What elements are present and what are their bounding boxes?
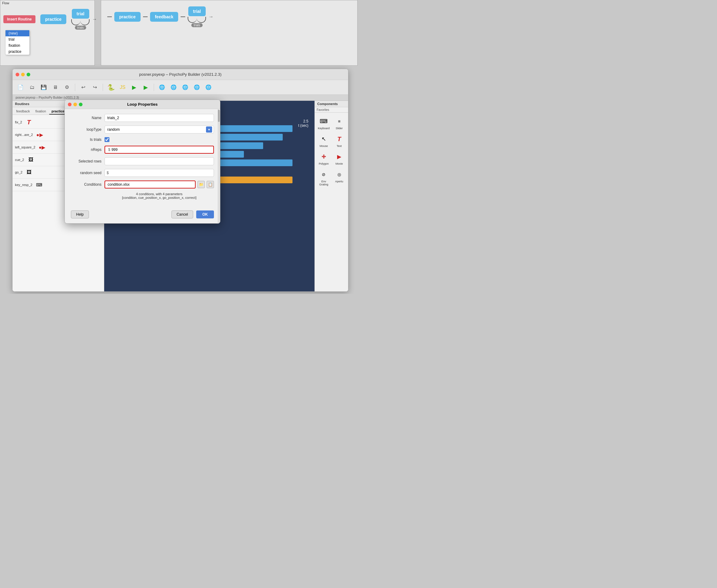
routine-feedback-top-right[interactable]: feedback (150, 12, 179, 22)
globe-icon-4[interactable]: 🌐 (192, 82, 202, 92)
mouse-label: Mouse (320, 145, 328, 148)
toolbar-separator-2 (103, 84, 103, 91)
flow-arrow-top-left: → (92, 17, 97, 22)
polygon-label: Polygon (319, 162, 329, 165)
dropdown-item-fixation[interactable]: fixation (5, 42, 29, 48)
toolbar-separator-1 (75, 84, 75, 91)
play-online-icon[interactable]: ▶ (141, 82, 151, 92)
dialog-scrollbar[interactable] (218, 109, 220, 223)
conditions-edit-btn[interactable]: 📋 (207, 181, 214, 188)
looptype-select[interactable]: random sequential fullRandom staircase i… (104, 126, 214, 133)
top-left-flow-area: Insert Routine (new) trial fixation prac… (0, 6, 95, 31)
undo-icon[interactable]: ↩ (78, 82, 88, 92)
help-button[interactable]: Help (71, 210, 89, 218)
routine-trial-top-left[interactable]: trial (72, 9, 89, 19)
env-grating-icon: ⊘ (318, 169, 329, 180)
istrials-checkbox[interactable] (104, 137, 109, 142)
comp-mouse[interactable]: ↖ Mouse (316, 132, 331, 149)
comp-icon-rightare2: ●▶ (36, 130, 44, 139)
istrials-row: Is trials (71, 137, 214, 142)
insert-routine-dropdown: (new) trial fixation practice (5, 30, 29, 55)
dialog-close-button[interactable] (68, 103, 71, 106)
flow-arrow-top-right: → (208, 14, 213, 20)
comp-keyboard[interactable]: ⌨ Keyboard (316, 114, 331, 131)
conditions-info-line2: [condition, cue_position_x, go_position_… (104, 196, 214, 200)
python-icon[interactable]: 🐍 (106, 82, 116, 92)
comp-icon-keyresp2: ⌨ (35, 181, 43, 189)
routine-practice-top-right[interactable]: practice (114, 12, 141, 22)
js-icon[interactable]: JS (118, 82, 127, 92)
polygon-icon: ✚ (318, 151, 329, 162)
conditions-input[interactable] (104, 181, 196, 188)
top-left-flow-title: Flow (0, 0, 95, 6)
redo-icon[interactable]: ↪ (90, 82, 100, 92)
dialog-minimize-button[interactable] (73, 103, 77, 106)
nreps-input-wrapper: $ (104, 146, 214, 154)
settings-icon[interactable]: ⚙ (62, 82, 72, 92)
window-title: posner.psyexp – PsychoPy Builder (v2021.… (139, 72, 222, 77)
window-buttons (16, 73, 30, 76)
dropdown-item-practice[interactable]: practice (5, 48, 29, 55)
routine-practice-top-left[interactable]: practice (40, 14, 67, 24)
subtitle-text: posner.psyexp – PsychoPy Builder (v2021.… (16, 96, 79, 99)
toolbar: 📄 🗂 💾 🖥 ⚙ ↩ ↪ 🐍 JS ▶ ▶ 🌐 🌐 🌐 🌐 🌐 (13, 80, 348, 95)
dropdown-item-trial[interactable]: trial (5, 36, 29, 42)
routine-trial-top-right[interactable]: trial (188, 6, 206, 16)
dialog-right-buttons: Cancel OK (171, 210, 214, 218)
env-grating-label: Env Grating (318, 180, 330, 186)
selectedrows-input[interactable] (104, 157, 214, 165)
maximize-button[interactable] (26, 73, 30, 76)
tab-practice[interactable]: practice (49, 108, 67, 114)
keyboard-label: Keyboard (318, 127, 330, 130)
randomseed-prefix: $ (107, 171, 110, 175)
comp-slider[interactable]: ≡ Slider (332, 114, 346, 131)
dialog-body: Name loopType random sequential fullRand… (65, 109, 220, 207)
components-header: Components (315, 101, 348, 107)
name-input[interactable] (104, 114, 214, 122)
aperture-icon: ◎ (334, 169, 345, 180)
loop-properties-dialog: Loop Properties Name loopType random seq… (64, 100, 220, 224)
slider-label: Slider (335, 127, 343, 130)
run-icon[interactable]: ▶ (129, 82, 139, 92)
comp-polygon[interactable]: ✚ Polygon (316, 150, 331, 166)
selectedrows-row: Selected rows (71, 157, 214, 165)
dialog-footer: Help Cancel OK (65, 207, 220, 223)
comp-aperture[interactable]: ◎ Apertu (332, 168, 346, 187)
open-file-icon[interactable]: 🗂 (27, 82, 37, 92)
comp-icon-leftsquare2: ●▶ (38, 143, 46, 151)
randomseed-input[interactable] (110, 171, 212, 175)
save-icon[interactable]: 💾 (39, 82, 48, 92)
comp-movie[interactable]: ▶ Movie (332, 150, 346, 166)
monitor-icon[interactable]: 🖥 (50, 82, 60, 92)
globe-icon-5[interactable]: 🌐 (204, 82, 213, 92)
minimize-button[interactable] (21, 73, 25, 76)
new-file-icon[interactable]: 📄 (16, 82, 25, 92)
tab-fixation[interactable]: fixation (33, 108, 48, 114)
insert-routine-button[interactable]: Insert Routine (3, 15, 36, 23)
conditions-info-line1: 4 conditions, with 4 parameters (104, 192, 214, 196)
globe-icon-2[interactable]: 🌐 (169, 82, 179, 92)
tab-feedback[interactable]: feedback (14, 108, 33, 114)
ok-button[interactable]: OK (196, 210, 214, 218)
globe-icon-3[interactable]: 🌐 (180, 82, 190, 92)
dialog-maximize-button[interactable] (79, 103, 83, 106)
movie-label: Movie (335, 162, 343, 165)
conditions-folder-btn[interactable]: 📁 (198, 181, 205, 188)
dropdown-item-new[interactable]: (new) (5, 30, 29, 36)
top-right-flow-area: practice feedback trial trials → (101, 0, 357, 29)
nreps-prefix: $ (107, 148, 111, 152)
globe-icon-1[interactable]: 🌐 (157, 82, 167, 92)
cancel-button[interactable]: Cancel (171, 210, 193, 218)
nreps-input[interactable] (111, 148, 211, 152)
title-bar: posner.psyexp – PsychoPy Builder (v2021.… (13, 69, 348, 80)
close-button[interactable] (16, 73, 19, 76)
name-row: Name (71, 114, 214, 122)
mouse-icon: ↖ (318, 133, 329, 145)
randomseed-row: random seed $ (71, 169, 214, 177)
loop-label-top-right: trials (191, 23, 203, 27)
conditions-label: Conditions (71, 182, 101, 187)
comp-text[interactable]: T Text (332, 132, 346, 149)
looptype-label: loopType (71, 127, 101, 132)
randomseed-label: random seed (71, 171, 101, 175)
comp-env-grating[interactable]: ⊘ Env Grating (316, 168, 331, 187)
